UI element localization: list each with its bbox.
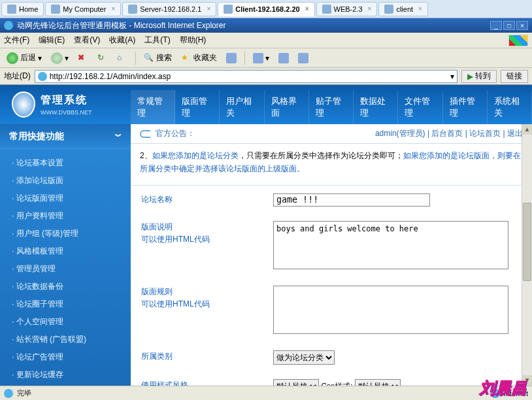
address-bar: 地址(D) http://192.168.2.1/Admin/index.asp… — [0, 68, 532, 85]
ie-icon — [4, 389, 13, 398]
menu-tools[interactable]: 工具(T) — [144, 35, 170, 46]
os-tab-client-active[interactable]: Client-192.168.2.20× — [218, 2, 314, 16]
input-forum-name[interactable] — [273, 193, 430, 207]
go-button[interactable]: ▶转到 — [461, 70, 497, 83]
sidebar-item[interactable]: 论坛系统日志 — [0, 384, 131, 386]
nav-section[interactable]: 版面管理 — [175, 90, 220, 124]
back-button[interactable]: 后退 ▾ — [4, 51, 44, 65]
window-title: 动网先锋论坛后台管理通用模板 - Microsoft Internet Expl… — [17, 20, 225, 31]
close-icon[interactable]: × — [305, 5, 309, 12]
menu-file[interactable]: 文件(F) — [4, 35, 29, 46]
sidebar-item[interactable]: 更新论坛缓存 — [0, 366, 131, 384]
os-tab-bar: Home My Computer× Server-192.168.2.1× Cl… — [0, 0, 532, 18]
mail-button[interactable]: ▾ — [250, 51, 272, 65]
hint-rule: 可以使用HTML代码 — [141, 299, 210, 308]
edit-button[interactable] — [295, 51, 311, 65]
search-icon: 🔍 — [144, 53, 154, 63]
label-style: 使用样式风格 — [141, 380, 188, 386]
restore-button[interactable]: □ — [503, 21, 515, 30]
shield-icon — [12, 92, 35, 118]
sidebar-item[interactable]: 添加论坛版面 — [0, 172, 131, 190]
refresh-button[interactable]: ↻ — [95, 51, 110, 65]
sidebar-item[interactable]: 论坛数据备份 — [0, 278, 131, 295]
link-forum-home[interactable]: 论坛首页 — [469, 129, 501, 138]
client-icon — [384, 5, 393, 14]
nav-data[interactable]: 数据处理 — [354, 90, 398, 124]
sidebar-item[interactable]: 论坛广告管理 — [0, 348, 131, 366]
forum-form: 论坛名称 版面说明可以使用HTML代码 boys and girls welco… — [131, 186, 532, 386]
chevron-down-icon: ︾ — [115, 132, 122, 141]
sidebar-item[interactable]: 论坛圈子管理 — [0, 295, 131, 313]
select-style[interactable]: 默认风格 — [273, 379, 319, 386]
close-icon[interactable]: × — [368, 5, 372, 12]
page-content: 管理系统WWW.DVBBS.NET 常规管理 版面管理 用户相关 风格界面 贴子… — [0, 85, 532, 386]
sidebar-item[interactable]: 风格模板管理 — [0, 242, 131, 260]
web-icon — [322, 5, 331, 14]
home-icon — [7, 5, 16, 14]
os-tab-home[interactable]: Home — [1, 2, 44, 16]
megaphone-icon — [140, 130, 150, 138]
forward-button[interactable]: ▾ — [48, 51, 71, 65]
print-icon — [278, 53, 289, 63]
select-css[interactable]: 默认风格 — [355, 379, 401, 386]
close-icon[interactable]: × — [111, 5, 115, 12]
close-icon[interactable]: × — [207, 5, 210, 12]
current-user[interactable]: admin — [375, 129, 397, 138]
minimize-button[interactable]: _ — [490, 21, 502, 30]
scroll-up-icon[interactable]: ▲ — [522, 124, 532, 135]
sidebar-item[interactable]: 管理员管理 — [0, 260, 131, 278]
textarea-desc[interactable]: boys and girls welcome to here — [273, 221, 508, 269]
sidebar-item[interactable]: 站长营销 (广告联盟) — [0, 331, 131, 348]
scroll-thumb[interactable] — [523, 203, 531, 281]
links-button[interactable]: 链接 — [501, 70, 528, 83]
stop-icon: ✖ — [78, 53, 88, 63]
back-icon — [7, 52, 18, 64]
stop-button[interactable]: ✖ — [75, 51, 91, 65]
nav-system[interactable]: 系统相关 — [488, 90, 532, 124]
sidebar-item[interactable]: 论坛版面管理 — [0, 190, 131, 207]
close-icon[interactable]: × — [418, 5, 422, 12]
link-admin-home[interactable]: 后台首页 — [431, 129, 463, 138]
sidebar-item[interactable]: 个人空间管理 — [0, 313, 131, 331]
link-logout[interactable]: 退出 — [507, 129, 523, 138]
textarea-rule[interactable] — [273, 286, 508, 334]
edit-icon — [298, 53, 308, 63]
menu-view[interactable]: 查看(V) — [74, 35, 100, 46]
refresh-icon: ↻ — [97, 53, 108, 63]
os-tab-web[interactable]: WEB-2.3× — [316, 2, 378, 16]
print-button[interactable] — [276, 51, 291, 65]
sidebar-header[interactable]: 常用快捷功能 ︾ — [0, 124, 131, 149]
computer-icon — [51, 5, 60, 14]
sidebar-item[interactable]: 论坛基本设置 — [0, 154, 131, 172]
brand-title: 管理系统 — [41, 94, 88, 105]
history-icon — [226, 53, 237, 63]
nav-post[interactable]: 贴子管理 — [309, 90, 354, 124]
search-button[interactable]: 🔍搜索 — [141, 51, 175, 65]
menu-edit[interactable]: 编辑(E) — [39, 35, 65, 46]
favorites-button[interactable]: ★收藏夹 — [178, 51, 220, 65]
announce-label: 官方公告： — [156, 128, 195, 139]
menu-favorites[interactable]: 收藏(A) — [109, 35, 135, 46]
menu-help[interactable]: 帮助(H) — [180, 35, 207, 46]
work-area: 官方公告： admin(管理员) | 后台首页 | 论坛首页 | 退出 2、如果… — [131, 124, 532, 386]
close-button[interactable]: × — [516, 21, 528, 30]
home-button[interactable]: ⌂ — [114, 51, 130, 65]
select-category[interactable]: 做为论坛分类 — [273, 350, 335, 365]
nav-style[interactable]: 风格界面 — [265, 90, 309, 124]
brand-subtitle: WWW.DVBBS.NET — [41, 109, 92, 116]
nav-user[interactable]: 用户相关 — [220, 90, 264, 124]
nav-file[interactable]: 文件管理 — [398, 90, 442, 124]
sidebar-item[interactable]: 用户资料管理 — [0, 207, 131, 225]
admin-header: 管理系统WWW.DVBBS.NET 常规管理 版面管理 用户相关 风格界面 贴子… — [0, 85, 532, 124]
os-tab-server[interactable]: Server-192.168.2.1× — [122, 2, 216, 16]
nav-general[interactable]: 常规管理 — [131, 90, 175, 124]
sidebar-item[interactable]: 用户组 (等级)管理 — [0, 225, 131, 242]
os-tab-label: client — [396, 5, 413, 13]
scrollbar[interactable]: ▲ ▼ — [522, 124, 532, 386]
history-button[interactable] — [224, 51, 239, 65]
os-tab-client2[interactable]: client× — [378, 2, 428, 16]
nav-plugin[interactable]: 插件管理 — [443, 90, 488, 124]
os-tab-mycomputer[interactable]: My Computer× — [45, 2, 121, 16]
address-input[interactable]: http://192.168.2.1/Admin/index.asp▾ — [35, 70, 457, 83]
ie-toolbar: 后退 ▾ ▾ ✖ ↻ ⌂ 🔍搜索 ★收藏夹 ▾ — [0, 48, 532, 68]
